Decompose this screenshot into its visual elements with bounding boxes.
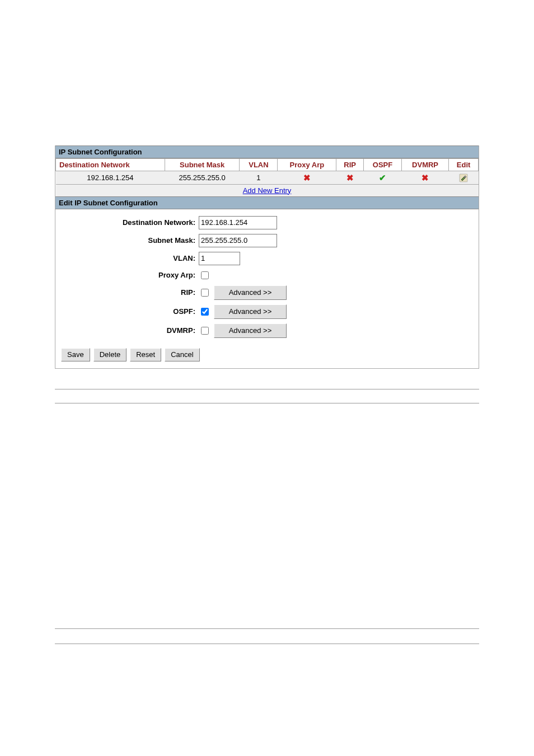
reset-button[interactable]: Reset <box>130 348 161 361</box>
cell-rip: ✖ <box>336 171 364 185</box>
edit-form: Destination Network: Subnet Mask: VLAN: … <box>55 209 479 368</box>
destination-network-input[interactable] <box>199 216 277 229</box>
col-dvmrp: DVMRP <box>401 159 448 171</box>
ip-subnet-panel: IP Subnet Configuration Destination Netw… <box>55 145 479 369</box>
label-rip: RIP: <box>55 288 199 297</box>
cancel-button[interactable]: Cancel <box>165 348 199 361</box>
subnet-table: Destination Network Subnet Mask VLAN Pro… <box>55 158 479 196</box>
ospf-checkbox[interactable] <box>201 308 209 316</box>
label-dvmrp: DVMRP: <box>55 326 199 335</box>
rip-advanced-button[interactable]: Advanced >> <box>214 285 287 300</box>
cell-edit[interactable] <box>449 171 479 185</box>
add-new-entry-link[interactable]: Add New Entry <box>243 186 292 195</box>
section-header-main: IP Subnet Configuration <box>55 145 479 158</box>
col-rip: RIP <box>336 159 364 171</box>
table-row: 192.168.1.254 255.255.255.0 1 ✖ ✖ ✔ ✖ <box>56 171 479 185</box>
col-mask: Subnet Mask <box>165 159 240 171</box>
cell-proxy: ✖ <box>278 171 336 185</box>
add-entry-cell: Add New Entry <box>56 184 479 196</box>
cell-vlan: 1 <box>240 171 278 185</box>
ospf-advanced-button[interactable]: Advanced >> <box>214 304 287 319</box>
label-destination-network: Destination Network: <box>55 218 199 227</box>
label-proxy-arp: Proxy Arp: <box>55 271 199 279</box>
edit-icon[interactable] <box>459 173 468 182</box>
check-icon: ✔ <box>378 173 387 182</box>
label-vlan: VLAN: <box>55 254 199 262</box>
x-icon: ✖ <box>302 173 311 182</box>
x-icon: ✖ <box>345 173 354 182</box>
vlan-input[interactable] <box>199 252 240 265</box>
cell-dvmrp: ✖ <box>401 171 448 185</box>
x-icon: ✖ <box>421 173 430 182</box>
label-ospf: OSPF: <box>55 307 199 316</box>
subnet-mask-input[interactable] <box>199 234 277 247</box>
col-dest: Destination Network <box>56 159 165 171</box>
rip-checkbox[interactable] <box>201 289 209 297</box>
col-edit: Edit <box>449 159 479 171</box>
dvmrp-checkbox[interactable] <box>201 327 209 335</box>
col-proxy: Proxy Arp <box>278 159 336 171</box>
proxy-arp-checkbox[interactable] <box>201 271 209 279</box>
cell-ospf: ✔ <box>363 171 401 185</box>
cell-dest: 192.168.1.254 <box>56 171 165 185</box>
label-subnet-mask: Subnet Mask: <box>55 236 199 245</box>
col-ospf: OSPF <box>363 159 401 171</box>
delete-button[interactable]: Delete <box>93 348 127 361</box>
save-button[interactable]: Save <box>61 348 90 361</box>
col-vlan: VLAN <box>240 159 278 171</box>
cell-mask: 255.255.255.0 <box>165 171 240 185</box>
dvmrp-advanced-button[interactable]: Advanced >> <box>214 323 287 338</box>
section-header-edit: Edit IP Subnet Configuration <box>55 196 479 209</box>
